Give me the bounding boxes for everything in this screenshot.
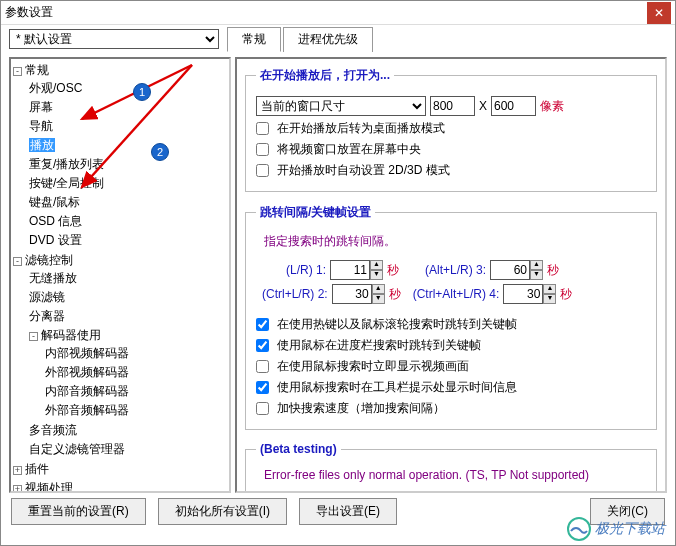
tree-item[interactable]: 分离器 xyxy=(29,309,65,323)
tree-item[interactable]: 内部视频解码器 xyxy=(45,346,129,360)
x-label: X xyxy=(479,99,487,113)
tree-general[interactable]: 常规 xyxy=(25,63,49,77)
down-icon[interactable]: ▼ xyxy=(370,270,383,280)
cal-label: (Ctrl+Alt+L/R) 4: xyxy=(413,287,500,301)
down-icon[interactable]: ▼ xyxy=(543,294,556,304)
tab-general[interactable]: 常规 xyxy=(227,27,281,52)
tabs: 常规 进程优先级 xyxy=(227,27,375,52)
cb-fast-seek[interactable] xyxy=(256,402,269,415)
tree-item[interactable]: 外部音频解码器 xyxy=(45,403,129,417)
tree-item[interactable]: 导航 xyxy=(29,119,53,133)
lr1-input[interactable] xyxy=(330,260,370,280)
export-button[interactable]: 导出设置(E) xyxy=(299,498,397,525)
window-size-select[interactable]: 当前的窗口尺寸 xyxy=(256,96,426,116)
cal-input[interactable] xyxy=(503,284,543,304)
tree-item[interactable]: 解码器使用 xyxy=(41,328,101,342)
seek-note: 指定搜索时的跳转间隔。 xyxy=(264,233,646,250)
tree-filter[interactable]: 滤镜控制 xyxy=(25,253,73,267)
reset-button[interactable]: 重置当前的设置(R) xyxy=(11,498,146,525)
expand-icon[interactable]: + xyxy=(13,485,22,493)
px-label: 像素 xyxy=(540,98,564,115)
close-icon[interactable]: ✕ xyxy=(647,2,671,24)
tree-item[interactable]: 按键/全局控制 xyxy=(29,176,104,190)
expand-icon[interactable]: - xyxy=(13,257,22,266)
group-legend: (Beta testing) xyxy=(256,442,341,456)
tree-item[interactable]: 多音频流 xyxy=(29,423,77,437)
beta-note: Error-free files only normal operation. … xyxy=(264,468,646,482)
cb-desktop-mode[interactable] xyxy=(256,122,269,135)
group-legend: 在开始播放后，打开为... xyxy=(256,67,394,84)
expand-icon[interactable]: - xyxy=(29,332,38,341)
tree-item[interactable]: 插件 xyxy=(25,462,49,476)
tree-item[interactable]: 源滤镜 xyxy=(29,290,65,304)
ctrl-label: (Ctrl+L/R) 2: xyxy=(262,287,328,301)
up-icon[interactable]: ▲ xyxy=(530,260,543,270)
cb-auto-3d[interactable] xyxy=(256,164,269,177)
seek-group: 跳转间隔/关键帧设置 指定搜索时的跳转间隔。 (L/R) 1: ▲▼ 秒 (Al… xyxy=(245,204,657,430)
down-icon[interactable]: ▼ xyxy=(530,270,543,280)
tree-item-playback[interactable]: 播放 xyxy=(29,138,55,152)
height-input[interactable] xyxy=(491,96,536,116)
down-icon[interactable]: ▼ xyxy=(372,294,385,304)
expand-icon[interactable]: - xyxy=(13,67,22,76)
up-icon[interactable]: ▲ xyxy=(370,260,383,270)
cb-keyframe-hotkey[interactable] xyxy=(256,318,269,331)
watermark: 极光下载站 xyxy=(567,517,665,541)
alt-input[interactable] xyxy=(490,260,530,280)
cb-mouse-seek-frame[interactable] xyxy=(256,360,269,373)
tree-item[interactable]: 内部音频解码器 xyxy=(45,384,129,398)
annotation-1: 1 xyxy=(133,83,151,101)
open-after-play-group: 在开始播放后，打开为... 当前的窗口尺寸 X 像素 在开始播放后转为桌面播放模… xyxy=(245,67,657,192)
tree-item[interactable]: OSD 信息 xyxy=(29,214,82,228)
tree-item[interactable]: 视频处理 xyxy=(25,481,73,493)
tree-item[interactable]: 无缝播放 xyxy=(29,271,77,285)
tree-item[interactable]: DVD 设置 xyxy=(29,233,82,247)
cb-skip1frame[interactable] xyxy=(256,491,269,494)
alt-label: (Alt+L/R) 3: xyxy=(425,263,486,277)
content-pane: 在开始播放后，打开为... 当前的窗口尺寸 X 像素 在开始播放后转为桌面播放模… xyxy=(235,57,667,493)
beta-group: (Beta testing) Error-free files only nor… xyxy=(245,442,657,493)
tree-item[interactable]: 屏幕 xyxy=(29,100,53,114)
tree-item[interactable]: 自定义滤镜管理器 xyxy=(29,442,125,456)
window-title: 参数设置 xyxy=(5,4,647,21)
up-icon[interactable]: ▲ xyxy=(372,284,385,294)
tab-priority[interactable]: 进程优先级 xyxy=(283,27,373,52)
width-input[interactable] xyxy=(430,96,475,116)
expand-icon[interactable]: + xyxy=(13,466,22,475)
ctrl-input[interactable] xyxy=(332,284,372,304)
tree-item[interactable]: 键盘/鼠标 xyxy=(29,195,80,209)
annotation-2: 2 xyxy=(151,143,169,161)
group-legend: 跳转间隔/关键帧设置 xyxy=(256,204,375,221)
cb-keyframe-progress[interactable] xyxy=(256,339,269,352)
tree-pane[interactable]: 1 2 -常规 外观/OSC 屏幕 导航 播放 重复/播放列表 按键/全局控制 … xyxy=(9,57,231,493)
tree-item[interactable]: 外观/OSC xyxy=(29,81,82,95)
init-button[interactable]: 初始化所有设置(I) xyxy=(158,498,287,525)
preset-select[interactable]: * 默认设置 xyxy=(9,29,219,49)
settings-tree[interactable]: -常规 外观/OSC 屏幕 导航 播放 重复/播放列表 按键/全局控制 键盘/鼠… xyxy=(13,61,227,493)
up-icon[interactable]: ▲ xyxy=(543,284,556,294)
cb-center-screen[interactable] xyxy=(256,143,269,156)
titlebar: 参数设置 ✕ xyxy=(1,1,675,25)
cb-tooltip-time[interactable] xyxy=(256,381,269,394)
cb-skip-keyframe[interactable] xyxy=(458,491,471,494)
logo-icon xyxy=(567,517,591,541)
tree-item[interactable]: 重复/播放列表 xyxy=(29,157,104,171)
tree-item[interactable]: 外部视频解码器 xyxy=(45,365,129,379)
lr1-label: (L/R) 1: xyxy=(286,263,326,277)
